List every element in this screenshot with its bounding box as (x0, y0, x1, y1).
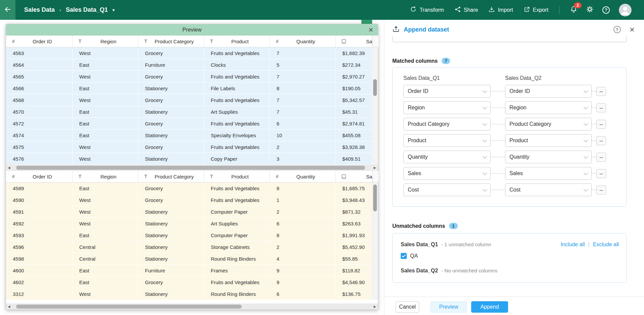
left-column-select[interactable]: Product (403, 134, 491, 147)
column-header-quantity[interactable]: #Quantity (270, 36, 336, 47)
remove-pair-button[interactable]: – (596, 169, 606, 178)
import-button[interactable]: Import (489, 6, 513, 14)
settings-button[interactable] (586, 6, 593, 14)
topbar-divider (559, 6, 559, 14)
cancel-button[interactable]: Cancel (396, 301, 419, 313)
avatar[interactable] (619, 4, 632, 16)
unmatched-q2-row: Sales Data_Q2 - No unmatched columns (401, 268, 619, 274)
column-header-region[interactable]: TRegion (72, 36, 138, 47)
cell: Grocery (138, 94, 204, 106)
left-column-select[interactable]: Quantity (403, 151, 491, 163)
left-column-select[interactable]: Product Category (403, 118, 491, 130)
column-header-region[interactable]: TRegion (72, 171, 138, 182)
chevron-down-icon[interactable]: ▾ (112, 8, 114, 12)
close-panel-icon[interactable]: × (630, 25, 635, 34)
unmatched-columns-label: Unmatched columns (392, 223, 445, 229)
help-button[interactable]: ? (602, 6, 610, 14)
cell: Fruits and Vegetables (204, 71, 270, 82)
left-column-select[interactable]: Cost (403, 183, 491, 196)
back-button[interactable] (0, 0, 15, 20)
text-type-icon: T (144, 39, 150, 44)
exclude-all-link[interactable]: Exclude all (593, 242, 619, 248)
remove-pair-button[interactable]: – (596, 87, 606, 96)
scroll-left-arrow-icon[interactable]: ◀ (6, 165, 12, 171)
text-type-icon: T (79, 174, 84, 179)
column-label: Product Category (150, 174, 204, 179)
cell: $2,974.81 (336, 118, 372, 129)
scrollbar-thumb[interactable] (373, 79, 377, 96)
cell: Central (72, 253, 138, 264)
right-column-select[interactable]: Order ID (505, 85, 592, 98)
breadcrumb-dataset[interactable]: Sales Data (24, 6, 55, 13)
cell: West (72, 71, 138, 82)
column-header-product[interactable]: TProduct (204, 36, 270, 47)
column-header-order-id[interactable]: #Order ID (6, 36, 72, 47)
scrollbar-thumb[interactable] (373, 185, 377, 211)
table1-area: 4563WestGroceryFruits and Vegetables7$1,… (6, 47, 378, 165)
scrollbar-thumb[interactable] (16, 305, 242, 309)
column-header-product-category[interactable]: TProduct Category (138, 36, 204, 47)
notifications-button[interactable]: 2 (570, 6, 577, 14)
horizontal-scrollbar[interactable]: ◀ ▶ (6, 165, 378, 171)
column-header-product-category[interactable]: TProduct Category (138, 171, 204, 182)
remove-pair-button[interactable]: – (596, 136, 606, 145)
scrollbar-corner (373, 171, 379, 182)
number-type-icon: # (276, 39, 282, 44)
append-button[interactable]: Append (471, 301, 508, 313)
column-header-sa[interactable]: Sa (336, 36, 373, 47)
scroll-right-arrow-icon[interactable]: ▶ (372, 304, 378, 310)
qa-checkbox-row: QA (401, 253, 619, 259)
scroll-right-arrow-icon[interactable]: ▶ (372, 165, 378, 171)
table-row: 4575WestGroceryFruits and Vegetables2$3,… (6, 141, 372, 153)
preview-button[interactable]: Preview (430, 301, 467, 313)
right-column-select[interactable]: Product (505, 134, 592, 147)
partially-visible-field[interactable] (392, 37, 627, 42)
share-button[interactable]: Share (455, 6, 478, 14)
column-header-order-id[interactable]: #Order ID (6, 171, 72, 182)
transform-button[interactable]: Transform (410, 6, 444, 14)
left-column-select[interactable]: Region (403, 101, 491, 114)
include-all-link[interactable]: Include all (560, 242, 585, 248)
export-button[interactable]: Export (524, 6, 548, 14)
scroll-left-arrow-icon[interactable]: ◀ (6, 304, 12, 310)
scrollbar-thumb[interactable] (16, 166, 365, 170)
column-header-sa[interactable]: Sa (336, 171, 373, 182)
horizontal-scrollbar[interactable]: ◀ ▶ (6, 304, 378, 310)
table-row: 4589EastGroceryFruits and Vegetables8$1,… (6, 182, 372, 194)
panel-header: Append dataset ? × (384, 20, 644, 35)
right-column-select[interactable]: Region (505, 101, 592, 114)
append-dataset-icon (392, 25, 400, 34)
export-icon (524, 6, 530, 14)
left-column-select[interactable]: Sales (403, 167, 491, 180)
text-type-icon: T (210, 174, 216, 179)
links-separator: | (588, 242, 589, 248)
right-column-select[interactable]: Quantity (505, 151, 592, 163)
column-header-quantity[interactable]: #Quantity (270, 171, 336, 182)
breadcrumb-current[interactable]: Sales Data_Q1 (66, 6, 108, 13)
dotted-connector (491, 190, 505, 190)
matched-pair-row: SalesSales– (403, 167, 626, 180)
remove-pair-button[interactable]: – (596, 186, 606, 195)
remove-pair-button[interactable]: – (596, 120, 606, 129)
matched-pair-row: Order IDOrder ID– (403, 85, 626, 98)
help-button[interactable]: ? (613, 26, 621, 33)
qa-checkbox[interactable] (401, 253, 407, 259)
unmatched-columns-box: Sales Data_Q1 - 1 unmatched column Inclu… (392, 233, 627, 283)
right-column-select[interactable]: Sales (505, 167, 592, 180)
left-column-select[interactable]: Order ID (403, 85, 491, 98)
vertical-scrollbar[interactable] (372, 47, 378, 165)
vertical-scrollbar[interactable] (372, 182, 378, 300)
text-type-icon: T (144, 174, 150, 179)
remove-pair-button[interactable]: – (596, 103, 606, 112)
close-preview-icon[interactable]: × (368, 24, 373, 36)
cell: Grocery (138, 182, 204, 194)
column-header-product[interactable]: TProduct (204, 171, 270, 182)
chevron-down-icon (483, 138, 487, 142)
cell: Round Ring Binders (204, 253, 270, 264)
right-column-select[interactable]: Product Category (505, 118, 592, 130)
right-column-select[interactable]: Cost (505, 183, 592, 196)
table-row: 4574EastStationerySpecialty Envelopes10$… (6, 129, 372, 141)
cell: East (72, 129, 138, 141)
remove-pair-button[interactable]: – (596, 153, 606, 162)
cell: $136.75 (336, 288, 372, 300)
